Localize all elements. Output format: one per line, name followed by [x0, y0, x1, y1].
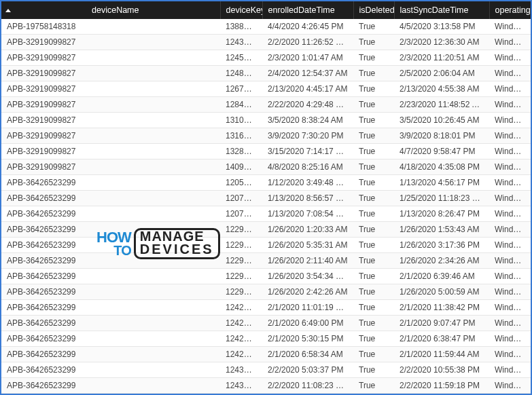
- table-row[interactable]: APB-3642652329912428242/1/2020 6:58:34 A…: [1, 347, 531, 362]
- table-row[interactable]: APB-3642652329912434982/2/2020 11:08:23 …: [1, 378, 531, 394]
- cell-deviceKey: 1242611: [220, 331, 262, 347]
- cell-deviceKey: 1248334: [220, 66, 262, 81]
- cell-operatingSystem: Windows: [489, 362, 531, 378]
- cell-enrolledDateTime: 3/9/2020 7:30:20 PM: [262, 128, 353, 144]
- table-row[interactable]: APB-3642652329912426092/1/2020 11:01:19 …: [1, 300, 531, 316]
- cell-deviceName: APB-36426523299: [1, 284, 220, 300]
- cell-deviceKey: 1243159: [220, 35, 262, 50]
- table-body: APB-1975814831813886304/4/2020 4:26:45 P…: [1, 19, 531, 394]
- cell-enrolledDateTime: 1/26/2020 2:11:40 AM: [262, 253, 353, 269]
- table-row[interactable]: APB-3642652329912426102/1/2020 6:49:00 P…: [1, 316, 531, 331]
- cell-enrolledDateTime: 1/13/2020 8:56:57 PM: [262, 191, 353, 206]
- cell-operatingSystem: Windows: [489, 50, 531, 66]
- cell-enrolledDateTime: 2/1/2020 11:01:19 PM: [262, 300, 353, 316]
- cell-deviceName: APB-32919099827: [1, 113, 220, 128]
- cell-deviceKey: 1328350: [220, 144, 262, 159]
- col-header-deviceKey[interactable]: deviceKey: [220, 1, 262, 19]
- table-row[interactable]: APB-1975814831813886304/4/2020 4:26:45 P…: [1, 19, 531, 35]
- table-row[interactable]: APB-3642652329912070921/13/2020 7:08:54 …: [1, 206, 531, 222]
- cell-deviceKey: 1388630: [220, 19, 262, 35]
- cell-operatingSystem: Windows: [489, 253, 531, 269]
- cell-isDeleted: True: [353, 113, 394, 128]
- table-row[interactable]: APB-3291909982713283503/15/2020 7:14:17 …: [1, 144, 531, 159]
- cell-lastSyncDateTime: 2/1/2020 6:39:46 AM: [394, 269, 489, 284]
- sort-asc-icon: [5, 9, 11, 12]
- cell-lastSyncDateTime: 1/26/2020 5:00:59 AM: [394, 284, 489, 300]
- cell-enrolledDateTime: 3/15/2020 7:14:17 PM: [262, 144, 353, 159]
- cell-lastSyncDateTime: 2/23/2020 11:48:52 AM: [394, 97, 489, 113]
- cell-enrolledDateTime: 3/5/2020 8:38:24 AM: [262, 113, 353, 128]
- cell-enrolledDateTime: 1/26/2020 3:54:34 PM: [262, 269, 353, 284]
- cell-lastSyncDateTime: 2/13/2020 4:55:38 AM: [394, 81, 489, 97]
- col-header-operatingSystem[interactable]: operatingSystem: [489, 1, 531, 19]
- table-row[interactable]: APB-3291909982712431592/2/2020 11:26:52 …: [1, 35, 531, 50]
- table-row[interactable]: APB-3642652329912057191/12/2020 3:49:48 …: [1, 175, 531, 191]
- table-row[interactable]: APB-3642652329912070911/13/2020 8:56:57 …: [1, 191, 531, 206]
- cell-deviceKey: 1243498: [220, 378, 262, 394]
- cell-isDeleted: True: [353, 35, 394, 50]
- cell-operatingSystem: Windows: [489, 284, 531, 300]
- cell-deviceName: APB-36426523299: [1, 238, 220, 253]
- col-header-label: lastSyncDateTime: [400, 5, 469, 15]
- col-header-enrolledDateTime[interactable]: enrolledDateTime: [262, 1, 353, 19]
- cell-isDeleted: True: [353, 331, 394, 347]
- cell-enrolledDateTime: 2/1/2020 6:49:00 PM: [262, 316, 353, 331]
- cell-operatingSystem: Windows: [489, 347, 531, 362]
- cell-operatingSystem: Windows: [489, 206, 531, 222]
- table-row[interactable]: APB-3642652329912298301/26/2020 1:20:33 …: [1, 222, 531, 238]
- cell-deviceName: APB-36426523299: [1, 300, 220, 316]
- table-row[interactable]: APB-3291909982714091874/8/2020 8:25:16 A…: [1, 159, 531, 175]
- cell-deviceName: APB-36426523299: [1, 347, 220, 362]
- col-header-lastSyncDateTime[interactable]: lastSyncDateTime: [394, 1, 489, 19]
- cell-deviceKey: 1242609: [220, 300, 262, 316]
- cell-operatingSystem: Windows: [489, 394, 531, 394]
- cell-operatingSystem: Windows: [489, 300, 531, 316]
- table-row[interactable]: APB-3291909982712483342/4/2020 12:54:37 …: [1, 66, 531, 81]
- cell-isDeleted: True: [353, 66, 394, 81]
- cell-enrolledDateTime: 2/4/2020 12:54:37 AM: [262, 66, 353, 81]
- cell-operatingSystem: Windows: [489, 331, 531, 347]
- devices-table: deviceName deviceKey enrolledDateTime is…: [1, 1, 531, 394]
- col-header-label: deviceKey: [226, 5, 263, 15]
- cell-lastSyncDateTime: 1/13/2020 4:56:17 PM: [394, 175, 489, 191]
- cell-operatingSystem: Windows: [489, 144, 531, 159]
- cell-lastSyncDateTime: 3/9/2020 8:18:01 PM: [394, 128, 489, 144]
- table-row[interactable]: APB-3291909982712841932/22/2020 4:29:48 …: [1, 97, 531, 113]
- cell-isDeleted: True: [353, 238, 394, 253]
- cell-lastSyncDateTime: 1/25/2020 11:18:23 PM: [394, 191, 489, 206]
- table-row[interactable]: APB-3642652329912298311/26/2020 5:35:31 …: [1, 238, 531, 253]
- col-header-isDeleted[interactable]: isDeleted: [353, 1, 394, 19]
- data-grid-container[interactable]: deviceName deviceKey enrolledDateTime is…: [1, 1, 531, 394]
- table-row[interactable]: APB-3642652329912434872/2/2020 5:03:37 P…: [1, 362, 531, 378]
- cell-deviceKey: 1409187: [220, 159, 262, 175]
- table-row[interactable]: APB-3642652329912298321/26/2020 2:11:40 …: [1, 253, 531, 269]
- cell-deviceKey: 1316753: [220, 128, 262, 144]
- table-row[interactable]: APB-3642652329912298331/26/2020 3:54:34 …: [1, 269, 531, 284]
- cell-lastSyncDateTime: 2/1/2020 11:38:42 PM: [394, 300, 489, 316]
- cell-isDeleted: True: [353, 222, 394, 238]
- table-row[interactable]: APB-3642652329912298341/26/2020 2:42:26 …: [1, 284, 531, 300]
- cell-isDeleted: True: [353, 191, 394, 206]
- cell-isDeleted: True: [353, 362, 394, 378]
- cell-isDeleted: True: [353, 394, 394, 394]
- cell-lastSyncDateTime: 2/5/2020 2:06:04 AM: [394, 66, 489, 81]
- cell-lastSyncDateTime: 4/7/2020 9:58:47 PM: [394, 144, 489, 159]
- cell-isDeleted: True: [353, 347, 394, 362]
- table-row[interactable]: APB-3642652329912451122/3/2020 12:10:21 …: [1, 394, 531, 394]
- cell-enrolledDateTime: 1/26/2020 2:42:26 AM: [262, 284, 353, 300]
- cell-lastSyncDateTime: 2/1/2020 11:59:44 AM: [394, 347, 489, 362]
- table-row[interactable]: APB-3291909982712673542/13/2020 4:45:17 …: [1, 81, 531, 97]
- cell-enrolledDateTime: 2/1/2020 6:58:34 AM: [262, 347, 353, 362]
- table-row[interactable]: APB-3291909982713167533/9/2020 7:30:20 P…: [1, 128, 531, 144]
- cell-isDeleted: True: [353, 253, 394, 269]
- cell-isDeleted: True: [353, 81, 394, 97]
- col-header-deviceName[interactable]: deviceName: [1, 1, 220, 19]
- cell-enrolledDateTime: 4/8/2020 8:25:16 AM: [262, 159, 353, 175]
- cell-lastSyncDateTime: 2/1/2020 6:38:47 PM: [394, 331, 489, 347]
- cell-enrolledDateTime: 2/2/2020 11:08:23 PM: [262, 378, 353, 394]
- table-row[interactable]: APB-3642652329912426112/1/2020 5:30:15 P…: [1, 331, 531, 347]
- table-row[interactable]: APB-3291909982712451112/3/2020 1:01:47 A…: [1, 50, 531, 66]
- table-row[interactable]: APB-3291909982713108723/5/2020 8:38:24 A…: [1, 113, 531, 128]
- col-header-label: operatingSystem: [495, 5, 531, 15]
- cell-deviceKey: 1229833: [220, 269, 262, 284]
